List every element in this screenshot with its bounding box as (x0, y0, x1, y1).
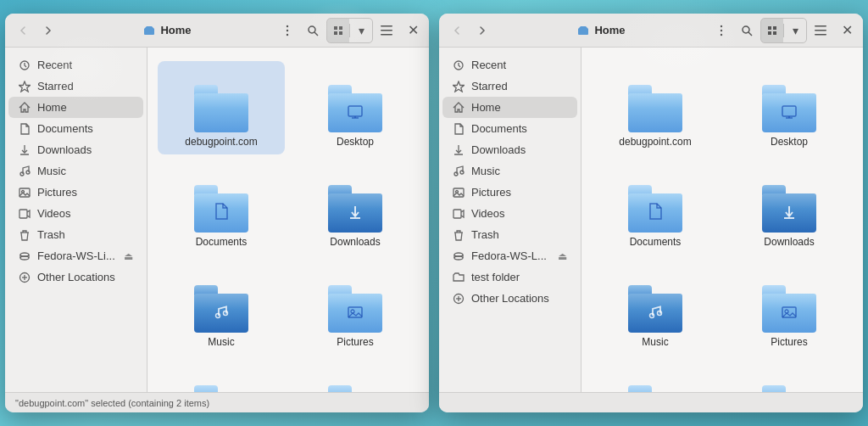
file-label-2-music: Music (642, 336, 668, 348)
sidebar-item-trash-1[interactable]: Trash (8, 224, 143, 245)
back-button-2[interactable] (446, 20, 468, 42)
view-toggle-2: ▾ (760, 18, 807, 43)
file-item-2-public[interactable]: Public (592, 362, 719, 392)
file-label-2-pictures: Pictures (771, 336, 807, 348)
svg-marker-50 (453, 81, 465, 92)
other-locations-label-2: Other Locations (471, 292, 549, 305)
sidebar-item-trash-2[interactable]: Trash (442, 224, 577, 245)
file-item-2-templates[interactable]: Templates (726, 362, 853, 392)
sidebar-item-recent-1[interactable]: Recent (8, 54, 143, 76)
sidebar-item-home-2[interactable]: Home (442, 97, 577, 118)
sidebar-other-locations-1[interactable]: Other Locations (8, 266, 143, 288)
file-item-downloads[interactable]: Downloads (292, 161, 419, 255)
file-item-2-music[interactable]: Music (592, 261, 719, 355)
file-item-2-debugpoint[interactable]: debugpoint.com (592, 61, 719, 154)
svg-point-57 (454, 253, 463, 256)
sidebar-other-locations-2[interactable]: Other Locations (442, 288, 577, 309)
file-label-pictures: Pictures (337, 336, 373, 348)
sidebar-item-videos-1[interactable]: Videos (8, 203, 143, 224)
file-label-2-documents: Documents (630, 236, 682, 248)
folder-icon-public (194, 385, 248, 392)
svg-rect-8 (339, 31, 342, 35)
close-button-1[interactable]: ✕ (403, 21, 422, 40)
folder-icon-desktop (328, 85, 382, 132)
svg-rect-5 (334, 26, 337, 30)
sidebar-item-fedora-1[interactable]: Fedora-WS-Li... ⏏ (8, 245, 143, 266)
sidebar-item-music-2[interactable]: Music (442, 160, 577, 182)
sidebar-item-documents-2[interactable]: Documents (442, 118, 577, 139)
sidebar-trash-label-1: Trash (37, 228, 133, 241)
sidebar-item-videos-2[interactable]: Videos (442, 203, 577, 224)
svg-point-1 (287, 29, 288, 31)
menu-button-2[interactable] (709, 19, 733, 42)
titlebar-actions-2: ▾ ✕ (709, 18, 856, 43)
sidebar-item-starred-1[interactable]: Starred (8, 76, 143, 97)
file-label-2-downloads: Downloads (764, 236, 814, 248)
forward-button-1[interactable] (37, 20, 59, 42)
svg-point-29 (216, 314, 220, 318)
other-locations-label-1: Other Locations (37, 271, 115, 283)
search-button-2[interactable] (735, 19, 759, 42)
file-item-public[interactable]: Public (158, 362, 285, 392)
svg-point-30 (224, 311, 228, 316)
svg-rect-7 (334, 31, 337, 35)
file-item-pictures[interactable]: Pictures (292, 261, 419, 355)
file-item-desktop[interactable]: Desktop (292, 61, 419, 154)
sidebar-videos-label-1: Videos (37, 207, 133, 220)
grid-view-button-1[interactable] (327, 19, 349, 42)
svg-point-40 (743, 26, 749, 33)
file-item-2-pictures[interactable]: Pictures (726, 261, 853, 355)
close-button-2[interactable]: ✕ (837, 21, 856, 40)
file-grid-1: debugpoint.com Desktop (147, 48, 429, 392)
sidebar-recent-label-1: Recent (37, 59, 133, 71)
sidebar-item-documents-1[interactable]: Documents (8, 118, 143, 139)
sidebar-documents-label-1: Documents (37, 122, 133, 135)
sidebar-item-downloads-2[interactable]: Downloads (442, 139, 577, 160)
sidebar-item-test-folder[interactable]: test folder (442, 266, 577, 288)
svg-point-52 (460, 171, 464, 174)
svg-point-37 (721, 25, 722, 26)
svg-rect-61 (782, 106, 796, 116)
menu-button-1[interactable] (275, 19, 299, 42)
hamburger-button-2[interactable] (809, 19, 832, 42)
svg-point-38 (721, 29, 722, 31)
sidebar-item-starred-2[interactable]: Starred (442, 76, 577, 97)
file-item-2-documents[interactable]: Documents (592, 161, 719, 255)
view-options-button-1[interactable]: ▾ (350, 19, 372, 42)
svg-rect-11 (381, 34, 392, 36)
svg-point-20 (20, 253, 29, 256)
sidebar-home-label-1: Home (37, 101, 133, 114)
grid-view-button-2[interactable] (761, 19, 783, 42)
sidebar-item-music-1[interactable]: Music (8, 160, 143, 182)
forward-button-2[interactable] (471, 20, 493, 42)
hamburger-button-1[interactable] (375, 19, 398, 42)
file-item-documents[interactable]: Documents (158, 161, 285, 255)
sidebar-item-pictures-2[interactable]: Pictures (442, 182, 577, 203)
file-item-music[interactable]: Music (158, 261, 285, 355)
back-button-1[interactable] (12, 20, 34, 42)
svg-rect-42 (768, 26, 771, 30)
sidebar-item-downloads-1[interactable]: Downloads (8, 139, 143, 160)
file-item-templates[interactable]: Templates (292, 362, 419, 392)
sidebar-test-folder-label: test folder (471, 271, 520, 283)
file-item-2-downloads[interactable]: Downloads (726, 161, 853, 255)
sidebar-item-pictures-1[interactable]: Pictures (8, 182, 143, 203)
sidebar-pictures-label-2: Pictures (471, 186, 567, 199)
sidebar-item-fedora-2[interactable]: Fedora-WS-L... ⏏ (442, 245, 577, 266)
view-options-button-2[interactable]: ▾ (784, 19, 806, 42)
eject-icon-1[interactable]: ⏏ (124, 250, 133, 262)
folder-icon-2-pictures (762, 285, 816, 333)
titlebar-1: Home ▾ ✕ (5, 14, 429, 48)
sidebar-item-recent-2[interactable]: Recent (442, 54, 577, 76)
file-item-debugpoint[interactable]: debugpoint.com (158, 61, 285, 154)
sidebar-item-home-1[interactable]: Home (8, 97, 143, 118)
svg-rect-9 (381, 25, 392, 27)
search-button-1[interactable] (301, 19, 325, 42)
folder-icon-music (194, 285, 248, 333)
eject-icon-2[interactable]: ⏏ (558, 250, 567, 262)
window-title-1: Home (63, 24, 272, 36)
file-item-2-desktop[interactable]: Desktop (726, 61, 853, 154)
svg-rect-45 (773, 31, 776, 35)
sidebar-starred-label-1: Starred (37, 80, 133, 92)
file-label-debugpoint: debugpoint.com (185, 136, 257, 148)
